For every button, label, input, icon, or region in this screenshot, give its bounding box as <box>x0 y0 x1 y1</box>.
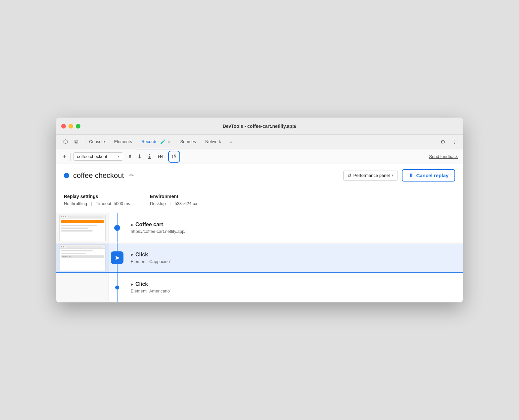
console-label: Console <box>89 139 105 144</box>
upload-button[interactable]: ⬆ <box>126 152 134 161</box>
delete-button[interactable]: 🗑 <box>145 152 154 161</box>
download-icon: ⬇ <box>137 153 142 160</box>
step-connector-1 <box>109 213 125 242</box>
thumb-dot-5 <box>63 246 64 247</box>
add-recording-button[interactable]: + <box>61 153 68 160</box>
step-circle-1 <box>114 225 120 231</box>
thumb-line-2 <box>61 228 88 229</box>
step-name-cappucino: Click <box>135 252 148 258</box>
perf-panel-icon: ↺ <box>348 173 352 178</box>
replay-settings-value: No throttling | Timeout: 5000 ms <box>64 201 130 206</box>
minimize-button[interactable] <box>69 124 73 129</box>
step-title-americano: ▶ Click <box>131 281 458 287</box>
thumb-dot-3 <box>65 216 66 217</box>
thumb-dot-4 <box>61 246 62 247</box>
replay-button[interactable]: ↺ <box>168 151 180 163</box>
close-button[interactable] <box>61 124 66 129</box>
toolbar-right: ⚙ ⋮ <box>439 137 459 146</box>
tab-cursor[interactable]: ⬡ <box>60 135 71 149</box>
more-tabs-icon: » <box>230 139 233 144</box>
settings-row: Replay settings No throttling | Timeout:… <box>56 187 463 213</box>
chevron-down-icon: ▾ <box>118 154 119 159</box>
thumb-url-bar-2 <box>66 246 103 248</box>
flask-icon: 🧪 <box>160 139 165 144</box>
steps-list: ▶ Coffee cart https://coffee-cart.netlif… <box>56 213 463 302</box>
send-feedback-button[interactable]: Send feedback <box>429 154 458 159</box>
delete-icon: 🗑 <box>147 154 152 160</box>
device-value: Desktop <box>150 201 166 206</box>
thumb-total-bar: Total: $0.00 <box>61 255 104 258</box>
recording-status-dot <box>64 173 69 178</box>
upload-icon: ⬆ <box>128 153 132 160</box>
replay-settings-title: Replay settings <box>64 194 130 199</box>
expand-icon-2: ▶ <box>131 253 133 256</box>
titlebar: DevTools - coffee-cart.netlify.app/ <box>56 118 463 135</box>
resolution-value: 538×624 px <box>174 201 197 206</box>
tab-sources[interactable]: Sources <box>175 135 201 149</box>
step-arrow-box: ➤ <box>111 251 123 264</box>
elements-label: Elements <box>114 139 132 144</box>
timeout-value: Timeout: 5000 ms <box>96 201 130 206</box>
window-title: DevTools - coffee-cart.netlify.app/ <box>223 124 297 129</box>
expand-icon-1: ▶ <box>131 223 133 227</box>
thumb-nav-bar-2 <box>60 245 105 249</box>
step-info-americano: ▶ Click Element "Americano" <box>125 273 463 302</box>
tab-more[interactable]: » <box>226 135 237 149</box>
thumb-line-1 <box>61 225 97 226</box>
cancel-replay-button[interactable]: ⏸ Cancel replay <box>402 169 455 182</box>
layers-icon: ⧉ <box>74 139 78 145</box>
cancel-replay-label: Cancel replay <box>416 173 448 178</box>
perf-panel-chevron-icon: ▾ <box>392 173 394 178</box>
devtools-window: DevTools - coffee-cart.netlify.app/ ⬡ ⧉ … <box>56 118 463 302</box>
recording-name: coffee checkout <box>73 171 124 180</box>
arrow-icon: ➤ <box>115 254 120 262</box>
settings-button[interactable]: ⚙ <box>439 137 447 146</box>
maximize-button[interactable] <box>76 124 80 129</box>
download-button[interactable]: ⬇ <box>135 152 144 161</box>
step-thumb-navigate <box>56 213 109 242</box>
step-click-americano[interactable]: ▶ Click Element "Americano" <box>56 273 463 302</box>
more-options-button[interactable]: ⋮ <box>450 137 459 146</box>
edit-name-icon[interactable]: ✏ <box>129 172 134 179</box>
throttling-value: No throttling <box>64 201 87 206</box>
tab-bar: ⬡ ⧉ Console Elements Recorder 🧪 ✕ Source… <box>56 135 463 149</box>
recorder-label: Recorder <box>141 139 159 144</box>
step-title-navigate: ▶ Coffee cart <box>131 222 458 228</box>
step-name-americano: Click <box>135 281 148 287</box>
recorder-close-icon[interactable]: ✕ <box>167 139 171 144</box>
step-circle-3 <box>115 286 119 289</box>
step-info-navigate: ▶ Coffee cart https://coffee-cart.netlif… <box>125 213 463 242</box>
thumb-dot-1 <box>61 216 62 217</box>
play-step-icon: ⏭ <box>158 153 164 160</box>
rec-action-buttons: ⬆ ⬇ 🗑 ⏭ <box>126 152 165 161</box>
recording-header: coffee checkout ✏ ↺ Performance panel ▾ … <box>56 164 463 187</box>
thumb-orange-bar <box>61 220 104 223</box>
step-connector-3 <box>109 273 125 302</box>
recording-selector-value: coffee checkout <box>77 154 107 159</box>
performance-panel-button[interactable]: ↺ Performance panel ▾ <box>343 171 398 181</box>
step-name-navigate: Coffee cart <box>135 222 163 228</box>
thumb-dot-2 <box>63 216 64 217</box>
tab-recorder[interactable]: Recorder 🧪 ✕ <box>137 135 175 149</box>
thumb-cart-line-1 <box>61 250 93 251</box>
step-thumb-americano <box>56 273 109 302</box>
content-area: Replay settings No throttling | Timeout:… <box>56 187 463 302</box>
step-navigate[interactable]: ▶ Coffee cart https://coffee-cart.netlif… <box>56 213 463 243</box>
environment-title: Environment <box>150 194 197 199</box>
play-step-button[interactable]: ⏭ <box>156 152 165 161</box>
tab-elements[interactable]: Elements <box>110 135 137 149</box>
step-subtitle-navigate: https://coffee-cart.netlify.app/ <box>131 229 458 234</box>
tab-console[interactable]: Console <box>84 135 110 149</box>
settings-divider: | <box>91 201 92 206</box>
step-click-cappucino[interactable]: Total: $0.00 ➤ ▶ Click Element "Cappuci <box>56 243 463 273</box>
replay-icon: ↺ <box>171 153 176 160</box>
replay-settings-col: Replay settings No throttling | Timeout:… <box>64 194 130 206</box>
tab-network[interactable]: Network <box>201 135 226 149</box>
cursor-icon: ⬡ <box>63 138 68 145</box>
recording-selector[interactable]: coffee checkout ▾ <box>73 152 123 161</box>
sep-1 <box>83 138 83 146</box>
expand-icon-3: ▶ <box>131 283 133 286</box>
tab-layers[interactable]: ⧉ <box>71 135 81 149</box>
step-subtitle-cappucino: Element "Cappucino" <box>131 259 458 264</box>
tab-navigation: ⬡ ⧉ Console Elements Recorder 🧪 ✕ Source… <box>60 135 237 149</box>
